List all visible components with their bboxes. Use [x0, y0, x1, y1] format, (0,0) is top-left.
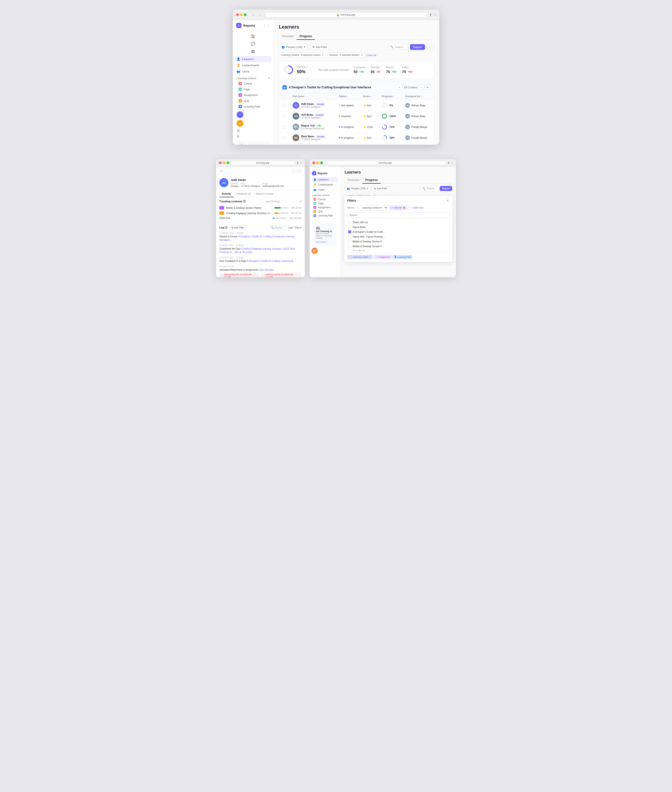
collapse-icon[interactable]: ▾: [268, 77, 269, 80]
forward-btn[interactable]: ›: [258, 12, 263, 17]
sidebar-item-page[interactable]: ■ Page: [235, 86, 272, 92]
sidebar-item-users[interactable]: 👥 Users: [235, 69, 272, 75]
filter-tab-progress[interactable]: Progress: [362, 177, 381, 184]
filter-nav-users[interactable]: 👥 Users: [312, 187, 338, 192]
row-checkbox-0[interactable]: [283, 104, 286, 107]
next-page-btn[interactable]: ›: [419, 85, 424, 90]
filter-option-1[interactable]: Figma Basic: [347, 225, 450, 229]
filter-option-4[interactable]: Mobile & Desktop Screen P...: [347, 239, 450, 244]
more-options-btn[interactable]: ···: [427, 44, 434, 50]
filter-checkbox-0[interactable]: [348, 221, 351, 224]
filter-search-box[interactable]: 🔍 Search...: [420, 186, 439, 191]
progress-ring-2: [382, 124, 387, 130]
filter-nav-learners[interactable]: 👤 Learners: [312, 178, 338, 182]
filter-option-5[interactable]: Mobile & Desktop Screen P...: [347, 244, 450, 249]
minimize-window-btn[interactable]: [240, 13, 243, 16]
add-action-btn[interactable]: +: [237, 111, 243, 118]
filter-option-2[interactable]: ✓ A Designer's Toolkit for Craft...: [347, 229, 450, 234]
panel-tab-need-review[interactable]: Need to review: [253, 190, 276, 197]
chip-trash-icon[interactable]: 🗑: [403, 206, 406, 209]
detail-max-btn[interactable]: [227, 162, 229, 164]
filter-user-avatar[interactable]: RF: [312, 248, 318, 254]
filter-checkbox-2[interactable]: ✓: [348, 230, 351, 233]
log-add-filter-btn[interactable]: ⊞ Add Filter: [229, 226, 246, 230]
remove-lc-filter-btn[interactable]: ✕: [322, 53, 324, 57]
filter-sub-quiz[interactable]: ■ Quiz: [312, 210, 338, 214]
tab-progress[interactable]: Progress: [297, 33, 315, 40]
filter-add-btn[interactable]: ⊞ Add Filter: [372, 186, 389, 191]
detail-share-icon[interactable]: ⬆: [296, 161, 299, 165]
add-column-btn[interactable]: +: [425, 85, 430, 90]
sidebar-item-quiz[interactable]: ■ Quiz: [235, 98, 272, 104]
filter-share-icon[interactable]: ⬆: [448, 161, 450, 165]
filter-export-btn[interactable]: Export: [440, 186, 452, 191]
nav-home[interactable]: 🏠: [235, 33, 272, 40]
detail-min-btn[interactable]: [223, 162, 226, 164]
remove-lc-pill-btn[interactable]: ✕: [369, 256, 371, 258]
filter-option-6[interactable]: Case Study: [347, 249, 450, 251]
nav-media[interactable]: 🖼: [235, 48, 272, 55]
sidebar-item-course[interactable]: ■ Course: [235, 81, 272, 86]
peoples-filter-btn[interactable]: 👥 Peoples (100) ▾: [279, 44, 308, 50]
filter-sub-path[interactable]: ■ Learning Path: [312, 214, 338, 218]
filter-sub-page[interactable]: ■ Page: [312, 202, 338, 205]
filter-max-btn[interactable]: [320, 162, 323, 164]
sidebar-item-leaderboards[interactable]: 🏆 Leaderboards: [235, 62, 272, 69]
filter-tab-overview[interactable]: Overview: [345, 177, 362, 184]
sidebar-item-learning-path[interactable]: ■ Learning Path: [235, 104, 272, 109]
filter-options-search[interactable]: [347, 213, 450, 218]
row-checkbox-3[interactable]: [283, 136, 286, 139]
clear-all-btn[interactable]: Clear all: [366, 54, 376, 57]
settings-icon[interactable]: ⚙: [237, 134, 240, 138]
panel-close-x-btn[interactable]: ✕: [219, 169, 224, 173]
notification-btn[interactable]: ●: [237, 120, 243, 127]
nav-messages[interactable]: 💬: [235, 40, 272, 48]
monitor-icon[interactable]: 🖥: [237, 129, 240, 133]
filter-add-tab-icon[interactable]: +: [451, 161, 453, 165]
prev-page-btn[interactable]: ‹: [397, 85, 402, 90]
back-btn[interactable]: ‹: [251, 12, 256, 17]
filter-sub-course[interactable]: ■ Course: [312, 197, 338, 202]
panel-prev-btn[interactable]: ‹: [292, 169, 296, 173]
sidebar-item-assignment[interactable]: ■ Assignment: [235, 92, 272, 98]
filter-sub-assignment[interactable]: ■ Assignment: [312, 205, 338, 210]
panel-next-btn[interactable]: ›: [297, 169, 301, 173]
assigned-3: Pa Pandji Manjw: [405, 135, 430, 140]
row-checkbox-1[interactable]: [283, 115, 286, 118]
panel-tab-assigned[interactable]: Assigned (2): [234, 190, 253, 197]
remove-div-filter-btn[interactable]: ✕: [361, 53, 363, 57]
select-all-checkbox[interactable]: [283, 94, 286, 98]
sidebar-toggle-icon[interactable]: ⋮⋮: [263, 24, 270, 27]
filter-ai-cta[interactable]: Try it now ↗: [316, 241, 328, 243]
add-more-filter-btn[interactable]: + + Add more: [409, 206, 424, 209]
filter-checkbox-5[interactable]: [348, 245, 351, 248]
share-icon[interactable]: ⬆: [429, 13, 432, 16]
attachment-1: 📄 Memorizing the provided.pdf 25.5Mb: [219, 273, 259, 277]
log-search[interactable]: 🔍 Search...: [269, 226, 286, 230]
sidebar-item-learners[interactable]: 👤 Learners: [235, 56, 272, 62]
filter-panel-close-btn[interactable]: ✕: [446, 199, 450, 203]
filter-checkbox-6[interactable]: [348, 250, 351, 251]
filter-min-btn[interactable]: [316, 162, 319, 164]
filter-checkbox-1[interactable]: [348, 226, 351, 229]
filter-option-0[interactable]: Share with me: [347, 220, 450, 225]
detail-add-icon[interactable]: +: [300, 161, 302, 165]
export-btn[interactable]: Export: [410, 44, 425, 50]
filter-peoples-btn[interactable]: 👥 Peoples (100) ▾: [345, 186, 370, 191]
maximize-window-btn[interactable]: [244, 13, 246, 16]
close-window-btn[interactable]: [236, 13, 239, 16]
detail-close-btn[interactable]: [219, 162, 221, 164]
add-tab-icon[interactable]: +: [434, 13, 436, 16]
row-checkbox-2[interactable]: [283, 125, 286, 129]
filter-condition-select[interactable]: Learning content ▾: [359, 205, 388, 211]
filter-nav-leaderboards[interactable]: 🏆 Leaderboards: [312, 182, 338, 187]
tab-overview[interactable]: Overview: [279, 33, 297, 40]
filter-checkbox-4[interactable]: [348, 240, 351, 243]
add-filter-btn[interactable]: ⊞ Add Filter: [310, 44, 330, 50]
filter-checkbox-3[interactable]: [348, 235, 351, 238]
log-time-filter[interactable]: Last 7 Day ▾: [288, 226, 301, 229]
chevron-icon[interactable]: ▾: [300, 200, 301, 203]
panel-tab-activity[interactable]: Activity: [219, 190, 234, 197]
filter-close-window-btn[interactable]: [312, 162, 315, 164]
filter-option-3[interactable]: Figma Skill - Figma Prototyp...: [347, 234, 450, 239]
